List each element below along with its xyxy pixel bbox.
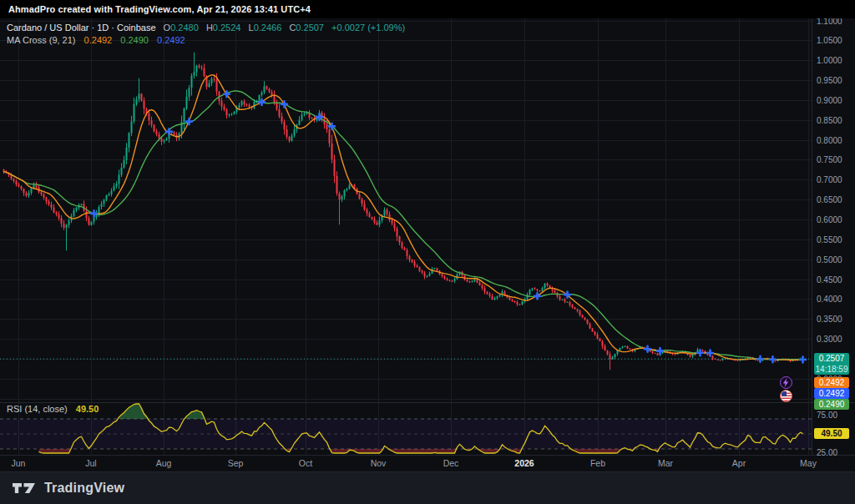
svg-text:May: May: [800, 458, 817, 468]
gridlines: [0, 18, 812, 455]
svg-text:0.7500: 0.7500: [817, 155, 842, 164]
high-label: H: [206, 23, 213, 33]
svg-text:0.8000: 0.8000: [817, 136, 842, 145]
svg-text:Feb: Feb: [590, 458, 605, 468]
svg-text:Nov: Nov: [371, 458, 387, 468]
footer-bar: TradingView: [0, 471, 855, 504]
svg-text:25.00: 25.00: [817, 448, 837, 457]
rsi-badge: 49.50: [814, 428, 849, 439]
rsi-band: [0, 419, 812, 449]
rsi-title[interactable]: RSI (14, close): [7, 404, 68, 414]
svg-text:Oct: Oct: [299, 458, 312, 468]
attribution-text: AhmadPro created with TradingView.com, A…: [8, 4, 311, 14]
open-value: 0.2480: [170, 23, 199, 33]
close-value: 0.2507: [296, 23, 324, 33]
svg-text:0.6000: 0.6000: [817, 215, 842, 224]
candles-layer: [3, 53, 804, 370]
open-label: O: [164, 23, 171, 33]
chart-area[interactable]: 1.10001.05001.00000.95000.90000.85000.80…: [0, 18, 855, 471]
svg-text:Jun: Jun: [12, 458, 26, 468]
svg-text:Dec: Dec: [443, 458, 459, 468]
svg-text:75.00: 75.00: [817, 411, 837, 420]
cross-marker: [186, 118, 192, 124]
cross-marker: [166, 129, 172, 134]
ma-fast-value: 0.2492: [84, 35, 113, 45]
time-axis-labels: JunJulAugSepOctNovDec2026FebMarAprMay: [12, 458, 817, 468]
svg-text:Apr: Apr: [732, 458, 746, 468]
svg-text:1.0500: 1.0500: [817, 36, 842, 45]
svg-text:Jul: Jul: [85, 458, 96, 468]
us-economic-event-icon[interactable]: [780, 390, 792, 402]
svg-text:0.6500: 0.6500: [817, 195, 842, 204]
svg-text:0.4500: 0.4500: [817, 275, 842, 285]
change-value: +0.0027 (+1.09%): [331, 23, 405, 33]
bar-countdown: 14:18:59: [814, 364, 849, 375]
ma-cross-title[interactable]: MA Cross (9, 21): [7, 35, 76, 45]
price-axis-labels: 1.10001.05001.00000.95000.90000.85000.80…: [817, 18, 842, 404]
pane-separators: [0, 18, 855, 456]
tradingview-logo-icon[interactable]: [12, 481, 37, 496]
us-flag-icon: [782, 391, 792, 401]
svg-text:0.3000: 0.3000: [817, 335, 842, 344]
svg-text:2026: 2026: [514, 458, 534, 468]
attribution-bar: AhmadPro created with TradingView.com, A…: [0, 0, 855, 18]
last-price-badge: 0.2507 14:18:59: [814, 353, 849, 375]
high-value: 0.2524: [213, 23, 241, 33]
svg-text:0.3500: 0.3500: [817, 315, 842, 324]
tradingview-brand-text[interactable]: TradingView: [44, 481, 124, 496]
tradingview-snapshot: AhmadPro created with TradingView.com, A…: [0, 0, 855, 504]
chart-canvas[interactable]: 1.10001.05001.00000.95000.90000.85000.80…: [0, 18, 855, 471]
ma-lines: [4, 75, 803, 360]
flash-event-icon[interactable]: [780, 376, 792, 389]
svg-text:0.7000: 0.7000: [817, 175, 842, 184]
symbol-title[interactable]: Cardano / US Dollar · 1D · Coinbase: [7, 23, 156, 33]
last-price-value: 0.2507: [814, 353, 849, 364]
low-value: 0.2466: [254, 23, 282, 33]
svg-text:0.9000: 0.9000: [817, 96, 842, 105]
rsi-value: 49.50: [76, 404, 99, 414]
svg-text:0.8500: 0.8500: [817, 116, 842, 125]
svg-text:0.4000: 0.4000: [817, 295, 842, 304]
svg-text:Sep: Sep: [228, 458, 244, 468]
ma-fast-badge: 0.2492: [814, 377, 849, 388]
lightning-icon: [782, 378, 790, 387]
ma-slow-badge: 0.2490: [814, 399, 849, 410]
rsi-legend: RSI (14, close) 49.50: [7, 404, 99, 414]
ma-cross-value: 0.2492: [157, 35, 185, 45]
svg-text:0.9500: 0.9500: [817, 76, 842, 85]
svg-text:Mar: Mar: [658, 458, 674, 468]
svg-text:Aug: Aug: [156, 458, 172, 468]
svg-text:0.5000: 0.5000: [817, 255, 842, 265]
cross-marker: [800, 356, 806, 362]
ma-cross-markers: [91, 91, 806, 362]
ma-slow-value: 0.2490: [120, 35, 149, 45]
svg-text:1.1000: 1.1000: [817, 18, 842, 26]
ma-cross-badge: 0.2492: [814, 388, 849, 399]
symbol-legend: Cardano / US Dollar · 1D · Coinbase O0.2…: [7, 22, 405, 34]
svg-text:0.5500: 0.5500: [817, 235, 842, 244]
svg-text:1.0000: 1.0000: [817, 56, 842, 65]
ma-cross-legend: MA Cross (9, 21) 0.2492 0.2490 0.2492: [7, 34, 185, 47]
